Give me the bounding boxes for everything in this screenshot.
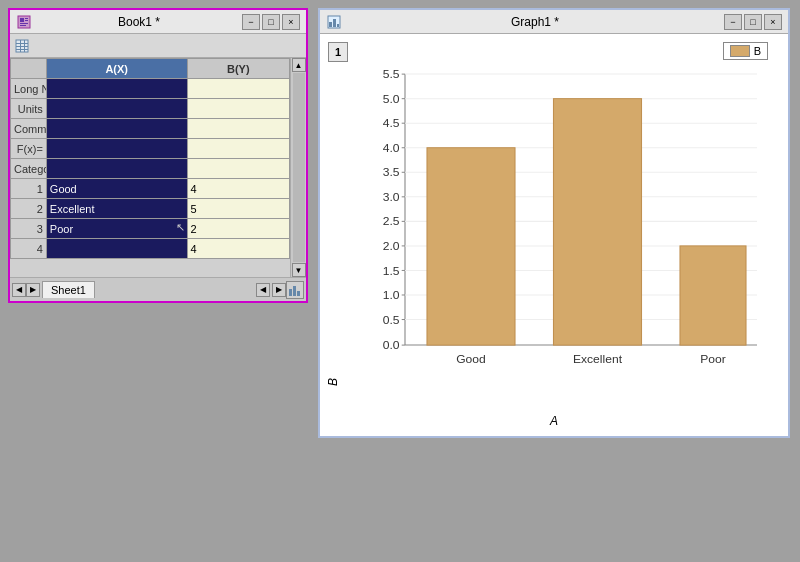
book1-minimize-button[interactable]: −	[242, 14, 260, 30]
svg-text:Poor: Poor	[700, 353, 726, 366]
row-num-header	[11, 59, 47, 79]
svg-rect-58	[554, 99, 642, 345]
bar-chart: 5.5 5.0 4.5 4.0 3.5 3.0 2.5 2.0 1.5 1.0	[350, 69, 768, 386]
svg-rect-12	[289, 289, 292, 296]
fx-b[interactable]	[187, 139, 289, 159]
svg-rect-8	[16, 46, 28, 47]
table-scroll-area: A(X) B(Y) Long Name Units	[10, 58, 290, 277]
svg-text:3.5: 3.5	[383, 166, 400, 179]
meta-units-row: Units	[11, 99, 290, 119]
graph1-controls: − □ ×	[724, 14, 782, 30]
svg-text:2.0: 2.0	[383, 239, 400, 252]
svg-rect-2	[25, 18, 28, 19]
table-container: A(X) B(Y) Long Name Units	[10, 58, 306, 277]
spreadsheet-table: A(X) B(Y) Long Name Units	[10, 58, 290, 259]
comments-a[interactable]	[46, 119, 187, 139]
svg-rect-4	[20, 23, 28, 24]
svg-rect-56	[427, 148, 515, 345]
svg-rect-9	[16, 49, 28, 50]
graph1-maximize-button[interactable]: □	[744, 14, 762, 30]
vertical-scrollbar[interactable]: ▲ ▼	[290, 58, 306, 277]
tab-scroll-arrows: ◀ ▶	[256, 283, 286, 297]
long-name-b[interactable]	[187, 79, 289, 99]
tab-prev-arrow[interactable]: ◀	[12, 283, 26, 297]
svg-text:3.0: 3.0	[383, 190, 400, 203]
svg-rect-13	[293, 286, 296, 296]
graph-content: 1 B B 5.5 5.0 4.5 4	[320, 34, 788, 436]
svg-text:1.0: 1.0	[383, 288, 400, 301]
row-4-b[interactable]: 4	[187, 239, 289, 259]
row-2-b[interactable]: 5	[187, 199, 289, 219]
svg-text:0.0: 0.0	[383, 339, 400, 352]
fx-a[interactable]	[46, 139, 187, 159]
svg-rect-16	[329, 22, 332, 27]
book1-titlebar: Book1 * − □ ×	[10, 10, 306, 34]
data-row-4: 4 4	[11, 239, 290, 259]
meta-categories-row: Categories	[11, 159, 290, 179]
svg-text:0.5: 0.5	[383, 313, 400, 326]
graph1-close-button[interactable]: ×	[764, 14, 782, 30]
tab-next-arrow[interactable]: ▶	[26, 283, 40, 297]
graph1-minimize-button[interactable]: −	[724, 14, 742, 30]
row-1-a[interactable]: Good	[46, 179, 187, 199]
sheet1-tab[interactable]: Sheet1	[42, 281, 95, 298]
page-indicator: 1	[328, 42, 348, 62]
col-a-header[interactable]: A(X)	[46, 59, 187, 79]
svg-text:4.0: 4.0	[383, 141, 400, 154]
svg-rect-14	[297, 291, 300, 296]
row-3-num: 3	[11, 219, 47, 239]
row-3-b[interactable]: 2	[187, 219, 289, 239]
scroll-track[interactable]	[293, 73, 305, 262]
book1-controls: − □ ×	[242, 14, 300, 30]
x-axis-label: A	[320, 414, 788, 428]
sheet-toolbar	[10, 34, 306, 58]
book-icon	[16, 14, 32, 30]
scroll-down-arrow[interactable]: ▼	[292, 263, 306, 277]
row-2-a[interactable]: Excellent	[46, 199, 187, 219]
book1-window: Book1 * − □ × A(X)	[8, 8, 308, 303]
graph1-title: Graph1 *	[346, 15, 724, 29]
svg-text:Excellent: Excellent	[573, 353, 623, 366]
tab-scroll-right[interactable]: ▶	[272, 283, 286, 297]
legend-color	[730, 45, 750, 57]
scroll-up-arrow[interactable]: ▲	[292, 58, 306, 72]
svg-rect-17	[333, 19, 336, 27]
long-name-a[interactable]	[46, 79, 187, 99]
graph-icon	[326, 14, 342, 30]
svg-rect-18	[337, 24, 339, 27]
meta-long-name-row: Long Name	[11, 79, 290, 99]
book1-close-button[interactable]: ×	[282, 14, 300, 30]
svg-rect-7	[16, 43, 28, 44]
comments-label: Comments	[11, 119, 47, 139]
svg-text:Good: Good	[456, 353, 486, 366]
tab-scroll-left[interactable]: ◀	[256, 283, 270, 297]
svg-rect-3	[25, 20, 28, 21]
categories-a[interactable]	[46, 159, 187, 179]
svg-rect-60	[680, 246, 746, 345]
units-label: Units	[11, 99, 47, 119]
header-row: A(X) B(Y)	[11, 59, 290, 79]
row-4-a[interactable]	[46, 239, 187, 259]
units-b[interactable]	[187, 99, 289, 119]
svg-text:2.5: 2.5	[383, 215, 400, 228]
categories-label: Categories	[11, 159, 47, 179]
col-b-header[interactable]: B(Y)	[187, 59, 289, 79]
units-a[interactable]	[46, 99, 187, 119]
data-row-3: 3 Poor ↖ 2	[11, 219, 290, 239]
legend-label: B	[754, 45, 761, 57]
row-3-a[interactable]: Poor ↖	[46, 219, 187, 239]
chart-area[interactable]: 5.5 5.0 4.5 4.0 3.5 3.0 2.5 2.0 1.5 1.0	[350, 69, 768, 386]
comments-b[interactable]	[187, 119, 289, 139]
row-4-num: 4	[11, 239, 47, 259]
y-axis-label: B	[326, 69, 340, 386]
row-1-b[interactable]: 4	[187, 179, 289, 199]
chart-icon-button[interactable]	[286, 281, 304, 299]
book1-maximize-button[interactable]: □	[262, 14, 280, 30]
categories-b[interactable]	[187, 159, 289, 179]
fx-label: F(x)=	[11, 139, 47, 159]
svg-text:5.5: 5.5	[383, 69, 400, 80]
svg-text:5.0: 5.0	[383, 92, 400, 105]
meta-fx-row: F(x)=	[11, 139, 290, 159]
row-2-num: 2	[11, 199, 47, 219]
meta-comments-row: Comments	[11, 119, 290, 139]
